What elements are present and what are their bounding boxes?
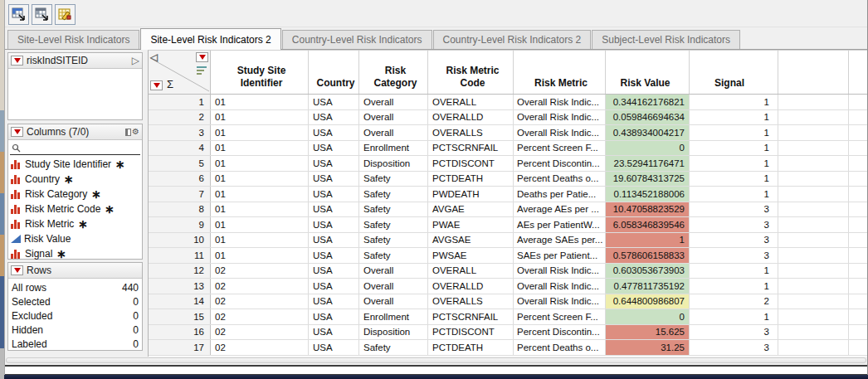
cell-site[interactable]: 01	[211, 141, 309, 156]
column-view-icon[interactable]: ⚙	[125, 128, 139, 136]
cell-country[interactable]: USA	[309, 125, 359, 140]
tab-country-level-risk-indicators-2[interactable]: Country-Level Risk Indicators 2	[433, 30, 592, 49]
column-item-risk-metric-code[interactable]: Risk Metric Code ∗	[11, 202, 142, 216]
cell-metric-code[interactable]: PWDEATH	[428, 187, 514, 202]
column-item-country[interactable]: Country ∗	[11, 172, 142, 187]
cell-site[interactable]: 01	[211, 233, 309, 248]
table-link-button-2[interactable]	[32, 4, 52, 25]
risk-value-cell[interactable]: 1	[606, 233, 690, 248]
cell-signal[interactable]: 3	[690, 202, 778, 217]
cell-category[interactable]: Overall	[359, 95, 428, 109]
cell-signal[interactable]: 1	[690, 141, 778, 156]
column-header-country[interactable]: Country	[309, 51, 359, 94]
cell-site[interactable]: 01	[211, 125, 309, 140]
row-number[interactable]: 12	[149, 264, 211, 279]
cell-category[interactable]: Safety	[359, 172, 428, 187]
row-stat-excluded[interactable]: Excluded 0	[12, 309, 139, 323]
cell-country[interactable]: USA	[309, 264, 359, 279]
cell-site[interactable]: 01	[211, 248, 309, 263]
cell-metric-code[interactable]: AVGAE	[428, 202, 514, 217]
cell-metric-code[interactable]: OVERALLD	[428, 110, 514, 125]
cell-site[interactable]: 02	[211, 340, 309, 355]
cell-metric-code[interactable]: OVERALL	[428, 264, 514, 279]
row-number[interactable]: 11	[149, 248, 211, 263]
risk-value-cell[interactable]: 0.113452188006	[606, 187, 690, 202]
table-edit-button[interactable]	[55, 4, 76, 25]
column-header-risk-category[interactable]: Risk Category	[359, 51, 428, 94]
cell-metric-code[interactable]: OVERALLD	[428, 279, 514, 294]
cell-site[interactable]: 01	[211, 202, 309, 217]
cell-category[interactable]: Disposition	[359, 156, 428, 171]
row-number[interactable]: 13	[149, 279, 211, 294]
cell-category[interactable]: Overall	[359, 294, 428, 309]
cell-site[interactable]: 01	[211, 95, 309, 109]
cell-country[interactable]: USA	[309, 202, 359, 217]
cell-signal[interactable]: 1	[690, 187, 778, 202]
cell-country[interactable]: USA	[309, 187, 359, 202]
cell-metric-code[interactable]: PCTDEATH	[428, 340, 514, 355]
column-header-risk-metric-code[interactable]: Risk Metric Code	[428, 51, 514, 94]
cell-risk-metric[interactable]: Percent Deaths o...	[514, 172, 606, 187]
cell-risk-metric[interactable]: Percent Discontin...	[514, 156, 606, 171]
cell-metric-code[interactable]: PCTDISCONT	[428, 325, 514, 340]
cell-category[interactable]: Safety	[359, 187, 428, 202]
cell-category[interactable]: Safety	[359, 217, 428, 232]
tab-subject-level-risk-indicators[interactable]: Subject-Level Risk Indicators	[592, 30, 740, 49]
row-number[interactable]: 14	[149, 294, 211, 309]
risk-value-cell[interactable]: 0.344162176821	[606, 95, 690, 109]
column-search[interactable]	[10, 141, 140, 155]
column-item-risk-value[interactable]: Risk Value	[11, 231, 142, 246]
cell-metric-code[interactable]: PWAE	[428, 217, 514, 232]
cell-country[interactable]: USA	[309, 248, 359, 263]
column-item-risk-metric[interactable]: Risk Metric ∗	[11, 216, 142, 231]
rows-menu-icon[interactable]	[150, 80, 163, 90]
cell-metric-code[interactable]: OVERALL	[428, 95, 514, 109]
cell-site[interactable]: 01	[211, 187, 309, 202]
cell-country[interactable]: USA	[309, 172, 359, 187]
cell-metric-code[interactable]: PCTDISCONT	[428, 156, 514, 171]
row-stat-hidden[interactable]: Hidden 0	[12, 323, 139, 337]
row-number[interactable]: 17	[149, 340, 211, 355]
row-stat-all-rows[interactable]: All rows 440	[12, 280, 139, 294]
cell-risk-metric[interactable]: Overall Risk Indic...	[514, 95, 606, 109]
cell-country[interactable]: USA	[309, 141, 359, 156]
cell-category[interactable]: Safety	[359, 340, 428, 355]
column-header-signal[interactable]: Signal	[690, 51, 778, 94]
cell-site[interactable]: 02	[211, 279, 309, 294]
risk-value-cell[interactable]: 0	[606, 309, 690, 324]
cell-country[interactable]: USA	[309, 217, 359, 232]
red-triangle-menu-icon[interactable]	[11, 127, 23, 137]
tab-site-level-risk-indicators-2[interactable]: Site-Level Risk Indicators 2	[140, 28, 280, 50]
collapse-columns-icon[interactable]: ◁	[150, 51, 158, 64]
cell-signal[interactable]: 1	[690, 172, 778, 187]
horizontal-scrollbar[interactable]	[6, 357, 866, 363]
row-number[interactable]: 5	[149, 156, 211, 171]
row-number[interactable]: 8	[149, 202, 211, 217]
cell-risk-metric[interactable]: Percent Screen F...	[514, 141, 606, 156]
cell-country[interactable]: USA	[309, 309, 359, 324]
cell-metric-code[interactable]: PCTSCRNFAIL	[428, 309, 514, 324]
cell-signal[interactable]: 1	[690, 279, 778, 294]
row-number[interactable]: 16	[149, 325, 211, 340]
risk-value-cell[interactable]: 0.477811735192	[606, 279, 690, 294]
risk-value-cell[interactable]: 0.578606158833	[606, 248, 690, 263]
cell-category[interactable]: Overall	[359, 264, 428, 279]
column-item-risk-category[interactable]: Risk Category ∗	[11, 187, 142, 202]
cell-category[interactable]: Overall	[359, 110, 428, 125]
row-stat-selected[interactable]: Selected 0	[12, 294, 139, 309]
row-number[interactable]: 1	[149, 95, 211, 109]
cell-signal[interactable]: 3	[690, 340, 778, 355]
cell-category[interactable]: Overall	[359, 279, 428, 294]
red-triangle-menu-icon[interactable]	[11, 265, 23, 275]
risk-value-cell[interactable]: 0.644800986807	[606, 294, 690, 309]
cell-signal[interactable]: 1	[690, 156, 778, 171]
cell-country[interactable]: USA	[309, 110, 359, 125]
cell-signal[interactable]: 1	[690, 264, 778, 279]
sum-icon[interactable]: Σ	[167, 78, 173, 91]
cell-country[interactable]: USA	[309, 156, 359, 171]
cell-country[interactable]: USA	[309, 279, 359, 294]
cell-signal[interactable]: 3	[690, 233, 778, 248]
cell-metric-code[interactable]: PCTDEATH	[428, 172, 514, 187]
cell-risk-metric[interactable]: Percent Discontin...	[514, 325, 606, 340]
cell-country[interactable]: USA	[309, 325, 359, 340]
